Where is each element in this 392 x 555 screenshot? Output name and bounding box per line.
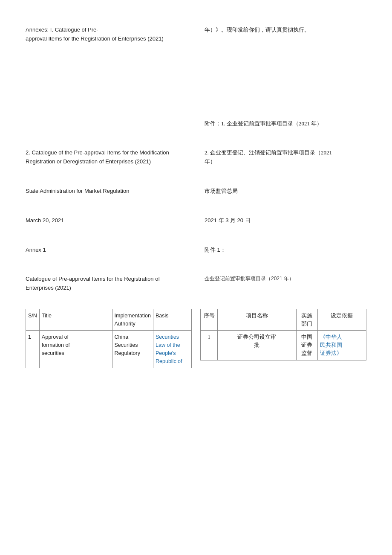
spacer-3	[26, 136, 366, 148]
catalogue-text: Catalogue of Pre-approval Items for the …	[26, 275, 187, 293]
cn-year-note: 年）》。现印发给你们，请认真贯彻执行。	[205, 26, 366, 35]
left-column: Annexes: I. Catalogue of Pre- approval I…	[26, 26, 196, 51]
item2-line2: Registration or Deregistration of Enterp…	[26, 158, 151, 165]
annex1-text: Annex 1	[26, 246, 187, 255]
spacer-2	[26, 85, 366, 119]
basis-link[interactable]: Securities Law of the People's Republic …	[156, 334, 182, 364]
right-admin: 市场监管总局	[196, 187, 366, 203]
cn-annex-note: 附件：1. 企业登记前置审批事项目录（2021 年）	[205, 119, 366, 128]
tables-section: S/N Title ImplementationAuthority Basis …	[26, 309, 366, 369]
cn-date-text: 2021 年 3 月 20 日	[205, 216, 366, 225]
admin-section: State Administration for Market Regulati…	[26, 187, 366, 203]
left-admin: State Administration for Market Regulati…	[26, 187, 196, 203]
catalogue-line1: Catalogue of Pre-approval Items for the …	[26, 276, 160, 282]
cn-row-title: 证券公司设立审批	[218, 331, 297, 360]
cn-admin-text: 市场监管总局	[205, 187, 366, 196]
col-basis: Basis	[153, 309, 192, 331]
right-table: 序号 项目名称 实施部门 设定依据 1 证券公司设立审批 中国证券监督	[200, 309, 366, 360]
catalogue-section: Catalogue of Pre-approval Items for the …	[26, 275, 366, 300]
left-table-wrap: S/N Title ImplementationAuthority Basis …	[26, 309, 196, 369]
right-column: 年）》。现印发给你们，请认真贯彻执行。	[196, 26, 366, 51]
left-blank-annex	[26, 119, 196, 136]
left-table: S/N Title ImplementationAuthority Basis …	[26, 309, 192, 369]
item2-text: 2. Catalogue of the Pre-approval Items f…	[26, 148, 187, 166]
page: Annexes: I. Catalogue of Pre- approval I…	[0, 0, 392, 555]
cn-col-impl: 实施部门	[296, 309, 317, 331]
cn-col-sn: 序号	[201, 309, 218, 331]
right-table-wrap: 序号 项目名称 实施部门 设定依据 1 证券公司设立审批 中国证券监督	[196, 309, 366, 369]
item2-line1: 2. Catalogue of the Pre-approval Items f…	[26, 149, 169, 156]
spacer-1	[26, 51, 366, 85]
annexes-text: Annexes: I. Catalogue of Pre- approval I…	[26, 26, 187, 44]
annex-note-section: 附件：1. 企业登记前置审批事项目录（2021 年）	[26, 119, 366, 136]
left-annex1: Annex 1	[26, 246, 196, 262]
cn-row-authority: 中国证券监督	[296, 331, 317, 360]
admin-text: State Administration for Market Regulati…	[26, 187, 187, 196]
table-row: 1 Approval offormation ofsecurities Chin…	[26, 331, 192, 368]
row-title: Approval offormation ofsecurities	[39, 331, 112, 368]
left-catalogue: Catalogue of Pre-approval Items for the …	[26, 275, 196, 300]
cn-col-title: 项目名称	[218, 309, 297, 331]
cn-item2-line2: 年）	[205, 158, 216, 165]
cn-row-basis: 《中华人民共和国证券法》	[317, 331, 366, 360]
spacer-5	[26, 203, 366, 216]
annex1-section: Annex 1 附件 1：	[26, 246, 366, 262]
cn-table-row: 1 证券公司设立审批 中国证券监督 《中华人民共和国证券法》	[201, 331, 366, 360]
row-sn: 1	[26, 331, 40, 368]
spacer-4	[26, 174, 366, 187]
col-title: Title	[39, 309, 112, 331]
cn-col-basis: 设定依据	[317, 309, 366, 331]
cn-item2: 2. 企业变更登记、注销登记前置审批事项目录（2021 年）	[205, 148, 366, 166]
cn-table-header-row: 序号 项目名称 实施部门 设定依据	[201, 309, 366, 331]
row-basis: Securities Law of the People's Republic …	[153, 331, 192, 368]
annexes-line1: Annexes: I. Catalogue of Pre-	[26, 26, 98, 33]
cn-item2-line1: 2. 企业变更登记、注销登记前置审批事项目录（2021	[205, 149, 332, 156]
col-impl: ImplementationAuthority	[112, 309, 153, 331]
date-section: March 20, 2021 2021 年 3 月 20 日	[26, 216, 366, 233]
catalogue-line2: Enterprises (2021)	[26, 285, 71, 291]
cn-basis-link[interactable]: 《中华人民共和国证券法》	[320, 334, 342, 356]
right-annex-note: 附件：1. 企业登记前置审批事项目录（2021 年）	[196, 119, 366, 136]
top-section: Annexes: I. Catalogue of Pre- approval I…	[26, 26, 366, 51]
cn-annex1-text: 附件 1：	[205, 246, 366, 255]
cn-year-note-text: 年）》。现印发给你们，请认真贯彻执行。	[205, 26, 310, 33]
spacer-6	[26, 233, 366, 246]
cn-catalogue-text: 企业登记前置审批事项目录（2021 年）	[205, 275, 366, 283]
table-header-row: S/N Title ImplementationAuthority Basis	[26, 309, 192, 331]
right-annex1: 附件 1：	[196, 246, 366, 262]
col-sn: S/N	[26, 309, 40, 331]
left-item2: 2. Catalogue of the Pre-approval Items f…	[26, 148, 196, 174]
cn-annex-note-text: 附件：1. 企业登记前置审批事项目录（2021 年）	[205, 120, 322, 127]
right-item2: 2. 企业变更登记、注销登记前置审批事项目录（2021 年）	[196, 148, 366, 174]
spacer-7	[26, 262, 366, 275]
annexes-line2: approval Items for the Registration of E…	[26, 35, 164, 42]
row-authority: ChinaSecuritiesRegulatory	[112, 331, 153, 368]
cn-row-sn: 1	[201, 331, 218, 360]
right-catalogue: 企业登记前置审批事项目录（2021 年）	[196, 275, 366, 300]
right-date: 2021 年 3 月 20 日	[196, 216, 366, 233]
spacer-8	[26, 300, 366, 305]
date-text: March 20, 2021	[26, 216, 187, 225]
left-date: March 20, 2021	[26, 216, 196, 233]
item2-section: 2. Catalogue of the Pre-approval Items f…	[26, 148, 366, 174]
